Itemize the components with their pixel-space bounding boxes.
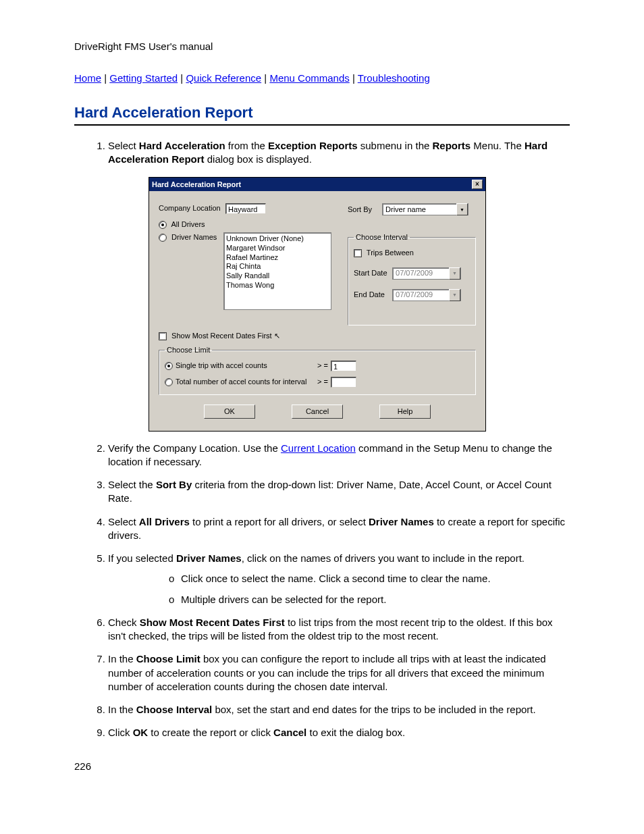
show-recent-label: Show Most Recent Dates First <box>171 332 272 340</box>
company-location-label: Company Location <box>159 203 223 213</box>
step-2: Verify the Company Location. Use the Cur… <box>108 442 570 469</box>
driver-names-radio[interactable] <box>159 234 167 242</box>
dialog-titlebar: Hard Acceleration Report × <box>149 178 485 192</box>
start-date-label: Start Date <box>354 268 390 278</box>
cancel-button[interactable]: Cancel <box>292 405 343 419</box>
trips-between-label: Trips Between <box>367 249 414 257</box>
dialog-title: Hard Acceleration Report <box>152 180 241 190</box>
current-location-link[interactable]: Current Location <box>281 442 356 454</box>
step-5-sub2: Multiple drivers can be selected for the… <box>169 593 570 606</box>
doc-header: DriveRight FMS User's manual <box>74 41 570 52</box>
limit-total-value[interactable] <box>331 377 356 388</box>
driver-names-label: Driver Names <box>171 233 217 241</box>
step-1: Select Hard Acceleration from the Except… <box>108 139 570 432</box>
list-item[interactable]: Sally Randall <box>226 271 329 281</box>
company-location-field[interactable]: Hayward <box>225 203 266 214</box>
nav-troubleshooting[interactable]: Troubleshooting <box>358 72 430 84</box>
choose-limit-group: Choose Limit Single trip with accel coun… <box>159 345 476 395</box>
nav-home[interactable]: Home <box>74 72 101 84</box>
end-date-label: End Date <box>354 290 390 300</box>
trips-between-checkbox[interactable] <box>354 249 362 257</box>
limit-single-value[interactable]: 1 <box>331 361 356 371</box>
page-title: Hard Acceleration Report <box>74 104 570 122</box>
all-drivers-radio[interactable] <box>159 221 167 229</box>
step-5-sub1: Click once to select the name. Click a s… <box>169 572 570 585</box>
nav-quick-reference[interactable]: Quick Reference <box>186 72 261 84</box>
step-8: In the Choose Interval box, set the star… <box>108 703 570 716</box>
chevron-down-icon[interactable]: ▼ <box>449 267 460 280</box>
end-date-field[interactable]: 07/07/2009 ▼ <box>392 289 461 301</box>
all-drivers-label: All Drivers <box>171 220 205 228</box>
gte-label: > = <box>317 361 328 371</box>
close-icon[interactable]: × <box>472 180 483 189</box>
start-date-field[interactable]: 07/07/2009 ▼ <box>392 267 461 280</box>
step-4: Select All Drivers to print a report for… <box>108 515 570 543</box>
step-3: Select the Sort By criteria from the dro… <box>108 478 570 506</box>
limit-single-label: Single trip with accel counts <box>176 361 317 371</box>
step-7: In the Choose Limit box you can configur… <box>108 652 570 694</box>
page-number: 226 <box>74 760 570 772</box>
show-recent-checkbox[interactable] <box>159 332 167 340</box>
sort-by-label: Sort By <box>348 205 380 215</box>
nav-menu-commands[interactable]: Menu Commands <box>269 72 349 84</box>
chevron-down-icon[interactable]: ▼ <box>456 203 468 215</box>
list-item[interactable]: Rafael Martinez <box>226 253 329 263</box>
nav-getting-started[interactable]: Getting Started <box>109 72 178 84</box>
cursor-icon: ↖ <box>274 332 280 340</box>
steps-list: Select Hard Acceleration from the Except… <box>74 139 570 740</box>
chevron-down-icon[interactable]: ▼ <box>449 289 460 301</box>
dialog: Hard Acceleration Report × Company Locat… <box>149 177 486 432</box>
sort-by-dropdown[interactable]: Driver name ▼ <box>382 203 468 215</box>
ok-button[interactable]: OK <box>204 405 255 419</box>
step-5: If you selected Driver Names, click on t… <box>108 552 570 606</box>
choose-interval-legend: Choose Interval <box>354 232 410 242</box>
driver-listbox[interactable]: Unknown Driver (None) Margaret Windsor R… <box>223 232 331 310</box>
limit-total-label: Total number of accel counts for interva… <box>176 377 317 387</box>
list-item[interactable]: Unknown Driver (None) <box>226 234 329 244</box>
list-item[interactable]: Thomas Wong <box>226 281 329 290</box>
choose-interval-group: Choose Interval Trips Between Start Date… <box>348 232 476 325</box>
choose-limit-legend: Choose Limit <box>165 345 212 355</box>
limit-single-radio[interactable] <box>165 362 173 370</box>
list-item[interactable]: Margaret Windsor <box>226 244 329 253</box>
title-rule <box>74 124 570 126</box>
step-6: Check Show Most Recent Dates First to li… <box>108 616 570 644</box>
breadcrumb: Home | Getting Started | Quick Reference… <box>74 72 570 84</box>
help-button[interactable]: Help <box>379 405 431 419</box>
list-item[interactable]: Raj Chinta <box>226 262 329 271</box>
limit-total-radio[interactable] <box>165 378 173 386</box>
step-9: Click OK to create the report or click C… <box>108 726 570 739</box>
gte-label: > = <box>317 377 328 387</box>
